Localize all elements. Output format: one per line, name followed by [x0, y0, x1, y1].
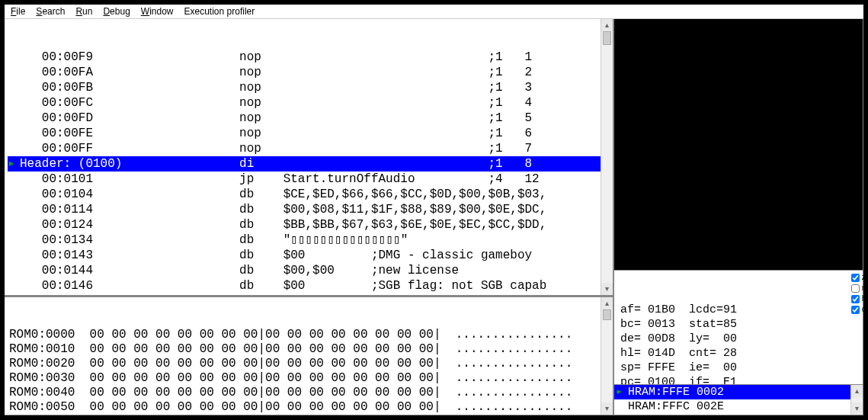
- disasm-text: 00:0104 db $CE,$ED,$66,$66,$CC,$0D,$00,$…: [20, 187, 613, 202]
- memory-scrollbar[interactable]: ▴ ▾: [601, 297, 613, 415]
- menu-profiler[interactable]: Execution profiler: [184, 6, 255, 17]
- register-line: sp= FFFE ie= 00: [620, 361, 857, 375]
- disasm-row[interactable]: 00:00F9 nop ;1 1: [8, 50, 613, 65]
- current-line-indicator-icon: [8, 263, 20, 278]
- memory-row[interactable]: ROM0:0010 00 00 00 00 00 00 00 00|00 00 …: [9, 342, 608, 357]
- disasm-text: Header: (0100) di ;1 8: [20, 156, 613, 172]
- disasm-row[interactable]: 00:00FC nop ;1 4: [8, 95, 613, 111]
- current-stack-indicator-icon: ▸: [616, 385, 623, 399]
- disassembly-pane[interactable]: 00:00F9 nop ;1 1 00:00FA nop ;1 2 00:00F…: [5, 19, 613, 296]
- disasm-text: 00:00FB nop ;1 3: [20, 80, 613, 95]
- menu-run[interactable]: Run: [75, 6, 92, 17]
- disasm-text: 00:00FA nop ;1 2: [20, 65, 613, 80]
- register-line: af= 01B0 lcdc=91: [620, 303, 857, 317]
- scroll-thumb[interactable]: [603, 309, 611, 320]
- memory-row[interactable]: ROM0:0040 00 00 00 00 00 00 00 00|00 00 …: [9, 386, 608, 400]
- disasm-text: 00:0101 jp Start.turnOffAudio ;4 12: [20, 172, 613, 187]
- disasm-scrollbar[interactable]: ▴ ▾: [601, 19, 613, 295]
- disasm-text: 00:00FE nop ;1 6: [20, 126, 613, 141]
- disasm-text: 00:00F9 nop ;1 1: [20, 50, 613, 65]
- disasm-row[interactable]: ▸Header: (0100) di ;1 8: [8, 156, 613, 172]
- scroll-down-icon[interactable]: ▾: [851, 402, 863, 415]
- disasm-row[interactable]: 00:0124 db $BB,$BB,$67,$63,$6E,$0E,$EC,$…: [8, 217, 613, 232]
- stack-scrollbar[interactable]: ▴ ▾: [850, 385, 863, 415]
- current-line-indicator-icon: [8, 187, 20, 202]
- flag-c[interactable]: c: [851, 305, 866, 316]
- menu-search[interactable]: Search: [36, 6, 65, 17]
- menu-window[interactable]: Window: [141, 6, 174, 17]
- disasm-row[interactable]: 00:0114 db $00,$08,$11,$1F,$88,$89,$00,$…: [8, 202, 613, 217]
- current-line-indicator-icon: [8, 202, 20, 217]
- current-line-indicator-icon: [8, 65, 20, 80]
- disasm-row[interactable]: 00:00FF nop ;1 7: [8, 141, 613, 156]
- scroll-up-icon[interactable]: ▴: [601, 297, 613, 309]
- disasm-text: 00:00FC nop ;1 4: [20, 95, 613, 111]
- disasm-text: 00:00FD nop ;1 5: [20, 111, 613, 126]
- video-output-pane: [614, 19, 863, 271]
- current-line-indicator-icon: [8, 111, 20, 126]
- disasm-row[interactable]: 00:0146 db $00 ;SGB flag: not SGB capab: [8, 278, 613, 293]
- flag-n[interactable]: n: [851, 284, 866, 294]
- stack-pane[interactable]: ▸HRAM:FFFE 0002HRAM:FFFC 002E ▴ ▾: [614, 385, 863, 415]
- disasm-row[interactable]: 00:00FD nop ;1 5: [8, 111, 613, 126]
- current-line-indicator-icon: [8, 232, 20, 248]
- scroll-down-icon[interactable]: ▾: [601, 283, 613, 295]
- register-line: hl= 014D cnt= 28: [620, 346, 857, 361]
- memory-row[interactable]: ROM0:0020 00 00 00 00 00 00 00 00|00 00 …: [9, 357, 608, 371]
- registers-pane[interactable]: af= 01B0 lcdc=91bc= 0013 stat=85de= 00D8…: [614, 271, 863, 385]
- flag-z[interactable]: z: [851, 273, 866, 284]
- disasm-row[interactable]: 00:0134 db "▯▯▯▯▯▯▯▯▯▯▯▯▯▯▯": [8, 232, 613, 248]
- memory-row[interactable]: ROM0:0060 00 00 00 00 00 00 00 00|00 00 …: [9, 415, 608, 415]
- disasm-text: 00:0143 db $00 ;DMG - classic gameboy: [20, 248, 613, 263]
- memory-pane[interactable]: ROM0:0000 00 00 00 00 00 00 00 00|00 00 …: [5, 296, 613, 415]
- memory-row[interactable]: ROM0:0050 00 00 00 00 00 00 00 00|00 00 …: [9, 400, 608, 415]
- current-line-indicator-icon: ▸: [8, 156, 20, 172]
- current-line-indicator-icon: [8, 95, 20, 111]
- disasm-text: 00:0134 db "▯▯▯▯▯▯▯▯▯▯▯▯▯▯▯": [20, 232, 613, 248]
- disasm-row[interactable]: 00:00FB nop ;1 3: [8, 80, 613, 95]
- register-line: bc= 0013 stat=85: [620, 317, 857, 332]
- scroll-up-icon[interactable]: ▴: [851, 385, 863, 397]
- disasm-row[interactable]: 00:0144 db $00,$00 ;new license: [8, 263, 613, 278]
- memory-row[interactable]: ROM0:0000 00 00 00 00 00 00 00 00|00 00 …: [9, 328, 608, 342]
- disasm-row[interactable]: 00:00FE nop ;1 6: [8, 126, 613, 141]
- disasm-row[interactable]: 00:00FA nop ;1 2: [8, 65, 613, 80]
- scroll-down-icon[interactable]: ▾: [601, 402, 613, 415]
- register-line: pc= 0100 if= E1: [620, 375, 857, 385]
- stack-row[interactable]: ▸HRAM:FFFE 0002: [614, 385, 863, 399]
- disasm-text: 00:00FF nop ;1 7: [20, 141, 613, 156]
- current-line-indicator-icon: [8, 80, 20, 95]
- disasm-text: 00:0114 db $00,$08,$11,$1F,$88,$89,$00,$…: [20, 202, 613, 217]
- scroll-up-icon[interactable]: ▴: [601, 19, 613, 31]
- current-line-indicator-icon: [8, 217, 20, 232]
- disasm-row[interactable]: 00:0143 db $00 ;DMG - classic gameboy: [8, 248, 613, 263]
- current-line-indicator-icon: [8, 248, 20, 263]
- disasm-text: 00:0144 db $00,$00 ;new license: [20, 263, 613, 278]
- current-line-indicator-icon: [8, 172, 20, 187]
- menu-debug[interactable]: Debug: [103, 6, 130, 17]
- current-line-indicator-icon: [8, 50, 20, 65]
- disasm-text: 00:0124 db $BB,$BB,$67,$63,$6E,$0E,$EC,$…: [20, 217, 613, 232]
- disasm-row[interactable]: 00:0101 jp Start.turnOffAudio ;4 12: [8, 172, 613, 187]
- disasm-text: 00:0146 db $00 ;SGB flag: not SGB capab: [20, 278, 613, 293]
- flag-h[interactable]: h: [851, 294, 866, 305]
- scroll-thumb[interactable]: [603, 31, 611, 45]
- cpu-flags: z n h c: [851, 273, 866, 316]
- register-line: de= 00D8 ly= 00: [620, 332, 857, 346]
- memory-row[interactable]: ROM0:0030 00 00 00 00 00 00 00 00|00 00 …: [9, 371, 608, 386]
- current-line-indicator-icon: [8, 126, 20, 141]
- disasm-row[interactable]: 00:0104 db $CE,$ED,$66,$66,$CC,$0D,$00,$…: [8, 187, 613, 202]
- current-line-indicator-icon: [8, 141, 20, 156]
- menu-file[interactable]: File: [11, 6, 25, 17]
- menu-bar: File Search Run Debug Window Execution p…: [5, 5, 863, 19]
- stack-row[interactable]: HRAM:FFFC 002E: [614, 399, 863, 414]
- current-line-indicator-icon: [8, 278, 20, 293]
